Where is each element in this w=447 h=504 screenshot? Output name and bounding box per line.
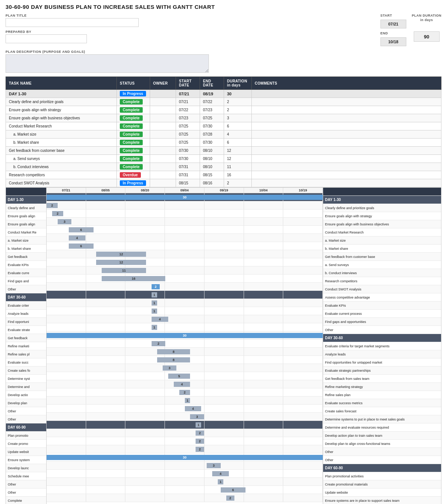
task-end-cell: 07/25 bbox=[200, 114, 224, 122]
gantt-left-header bbox=[6, 188, 46, 196]
end-value[interactable]: 10/18 bbox=[380, 37, 406, 46]
gantt-right-row: Develop action plan to train sales team bbox=[323, 432, 441, 440]
task-duration-cell: 12 bbox=[224, 155, 252, 163]
gantt-date-headers: 07/2108/0508/2009/0409/1910/0410/19 bbox=[47, 188, 323, 193]
gantt-right-panel: DAY 1-30Clearly define and prioritize go… bbox=[323, 188, 441, 504]
gantt-chart-row: 2 bbox=[47, 429, 323, 437]
gantt-right-row: Other bbox=[323, 456, 441, 464]
task-start-cell: 07/30 bbox=[176, 155, 200, 163]
gantt-chart-row: 2 bbox=[47, 437, 323, 445]
gantt-chart-area: 07/2108/0508/2009/0409/1910/0410/19 3022… bbox=[47, 188, 323, 504]
gantt-right-row: Ensure goals align with business objecti… bbox=[323, 220, 441, 228]
gantt-left-row: Evaluate KPIs bbox=[6, 261, 46, 269]
task-duration-cell: 6 bbox=[224, 139, 252, 147]
task-status-cell: In Progress bbox=[117, 90, 150, 98]
left-fields: PLAN TITLE PREPARED BY bbox=[6, 14, 373, 46]
gantt-left-row: DAY 60-90 bbox=[6, 423, 46, 432]
gantt-date-header-cell: 10/04 bbox=[244, 188, 284, 193]
gantt-bar: 2 bbox=[196, 430, 204, 436]
plan-title-input[interactable] bbox=[6, 18, 139, 27]
gantt-right-row: Create promotional materials bbox=[323, 480, 441, 488]
gantt-right-row: b. Conduct interviews bbox=[323, 269, 441, 277]
gantt-bar: 4 bbox=[152, 317, 168, 322]
gantt-left-row: Other bbox=[6, 415, 46, 423]
gantt-chart-row: 12 bbox=[47, 258, 323, 266]
gantt-right-row: Evaluate strategic partnerships bbox=[323, 367, 441, 375]
gantt-date-header-cell: 10/19 bbox=[283, 188, 323, 193]
task-name-cell: Clearly define and prioritize goals bbox=[6, 98, 117, 106]
gantt-chart-row: 8 bbox=[47, 348, 323, 356]
task-end-cell: 07/28 bbox=[200, 130, 224, 139]
gantt-chart-row: 1 bbox=[47, 291, 323, 299]
right-fields: START 07/21 END 10/18 PLAN DURATION in d… bbox=[380, 14, 441, 46]
start-value[interactable]: 07/21 bbox=[380, 20, 406, 28]
gantt-bar: 1 bbox=[185, 398, 190, 403]
gantt-right-row: Other bbox=[323, 326, 441, 334]
task-owner-cell bbox=[150, 147, 176, 155]
task-status-cell: Complete bbox=[117, 147, 150, 155]
description-label: PLAN DESCRIPTION (PURPOSE AND GOALS) bbox=[6, 50, 441, 54]
task-status-cell: Complete bbox=[117, 114, 150, 122]
task-status-cell: Complete bbox=[117, 155, 150, 163]
task-duration-cell: 2 bbox=[224, 106, 252, 114]
task-status-cell: Complete bbox=[117, 163, 150, 171]
gantt-right-row: Develop plan to align cross-functional t… bbox=[323, 440, 441, 448]
gantt-left-panel: DAY 1-30Clearly define andEnsure goals a… bbox=[6, 188, 47, 504]
gantt-bar: 4 bbox=[185, 406, 202, 411]
task-owner-cell bbox=[150, 98, 176, 106]
prepared-by-input[interactable] bbox=[6, 34, 87, 43]
gantt-bar: 2 bbox=[179, 390, 190, 395]
gantt-bar: 3 bbox=[190, 414, 204, 419]
task-duration-cell: 2 bbox=[224, 98, 252, 106]
task-start-cell: 07/31 bbox=[176, 171, 200, 179]
gantt-right-row: b. Market share bbox=[323, 245, 441, 253]
task-name-cell: b. Market share bbox=[6, 139, 117, 147]
gantt-left-row: b. Market share bbox=[6, 245, 46, 253]
gantt-chart-row: 3 bbox=[47, 218, 323, 226]
gantt-right-row: Get feedback from customer base bbox=[323, 253, 441, 261]
gantt-left-row: Update websit bbox=[6, 448, 46, 456]
gantt-left-row: Evaluate criter bbox=[6, 302, 46, 310]
gantt-left-row: Conduct Market Re bbox=[6, 228, 46, 236]
gantt-bar: 4 bbox=[212, 471, 229, 476]
task-status-cell: Complete bbox=[117, 98, 150, 106]
gantt-chart-row: 2 bbox=[47, 210, 323, 218]
plan-title-label: PLAN TITLE bbox=[6, 14, 373, 17]
gantt-bar: 16 bbox=[102, 276, 165, 281]
gantt-left-row: Other bbox=[6, 407, 46, 415]
gantt-right-header bbox=[323, 188, 441, 196]
description-input[interactable] bbox=[6, 54, 209, 73]
gantt-bar: 1 bbox=[152, 300, 157, 306]
col-end-date: END DATE bbox=[200, 77, 224, 90]
task-owner-cell bbox=[150, 130, 176, 139]
task-comments-cell bbox=[252, 122, 441, 130]
gantt-left-row: Other bbox=[6, 488, 46, 497]
task-owner-cell bbox=[150, 155, 176, 163]
task-name-cell: b. Conduct interviews bbox=[6, 163, 117, 171]
gantt-bar: 12 bbox=[96, 260, 146, 265]
task-owner-cell bbox=[150, 106, 176, 114]
task-start-cell: 07/21 bbox=[176, 90, 200, 98]
gantt-chart-row: 1 bbox=[47, 478, 323, 486]
task-comments-cell bbox=[252, 147, 441, 155]
duration-sublabel: in days bbox=[420, 18, 433, 22]
gantt-left-row: Get feedback bbox=[6, 253, 46, 261]
gantt-right-row: a. Market size bbox=[323, 236, 441, 245]
task-owner-cell bbox=[150, 114, 176, 122]
gantt-left-row: Get feedback bbox=[6, 334, 46, 342]
gantt-right-row: a. Send surveys bbox=[323, 261, 441, 269]
gantt-right-row: Evaluate success metrics bbox=[323, 399, 441, 407]
duration-group: PLAN DURATION in days 90 bbox=[412, 14, 441, 42]
task-owner-cell bbox=[150, 90, 176, 98]
gantt-right-row: Ensure goals align with strategy bbox=[323, 212, 441, 220]
duration-label: PLAN DURATION bbox=[412, 14, 441, 17]
gantt-right-row: Find gaps and opportunities bbox=[323, 318, 441, 326]
task-name-cell: Ensure goals align with strategy bbox=[6, 106, 117, 114]
task-name-cell: Conduct Market Research bbox=[6, 122, 117, 130]
gantt-date-header-cell: 09/19 bbox=[204, 188, 244, 193]
task-status-cell: Complete bbox=[117, 122, 150, 130]
gantt-chart-row: 1 bbox=[47, 396, 323, 405]
main-container: 30-60-90 DAY BUSINESS PLAN TO INCREASE S… bbox=[0, 0, 447, 504]
gantt-right-row: DAY 60-90 bbox=[323, 464, 441, 472]
gantt-chart-row: 6 bbox=[47, 486, 323, 494]
